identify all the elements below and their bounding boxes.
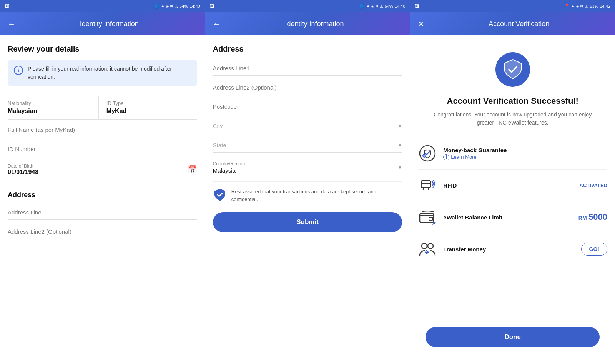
status-bar-left-icon-3: 🖼 (415, 3, 419, 9)
address-line2-input-1[interactable] (8, 223, 197, 239)
divider (8, 183, 197, 183)
learn-more-link[interactable]: i Learn More (443, 154, 607, 160)
country-dropdown[interactable]: Country/Region Malaysia ▼ (213, 156, 402, 178)
location-icon: 📍 (564, 4, 570, 9)
battery-level-3: 53% (590, 4, 598, 8)
verification-icon-wrap (495, 52, 530, 87)
submit-button[interactable]: Submit (213, 212, 402, 232)
id-number-input[interactable] (8, 140, 197, 156)
nationality-idtype-row: Nationality Malaysian ID Type MyKad (8, 96, 197, 120)
wallet-icon-wrap (418, 208, 437, 227)
idtype-col: ID Type MyKad (98, 96, 197, 119)
svg-point-10 (428, 243, 433, 249)
address-title-1: Address (8, 191, 197, 199)
idtype-label: ID Type (106, 100, 197, 106)
address-line2-input-2[interactable] (213, 79, 402, 95)
wallet-content: eWallet Balance Limit (443, 214, 572, 221)
feature-rfid: RFID ACTIVATED (418, 170, 607, 201)
status-bar-right-3: 📍 ✦ ◈ ≋ .|. 53% 14:42 (564, 4, 610, 9)
verification-title: Account Verification Successful! (447, 96, 578, 106)
shield-checkmark-icon (501, 58, 524, 81)
feature-wallet: eWallet Balance Limit RM 5000 (418, 201, 607, 233)
info-text: Please fill in your real information, it… (28, 65, 191, 81)
battery-level: 54% (180, 4, 188, 8)
back-button-1[interactable]: ← (8, 20, 15, 28)
amount-value: 5000 (588, 212, 607, 222)
info-icon: i (14, 66, 23, 75)
review-title: Review your details (8, 45, 197, 53)
dob-value: 01/01/1948 (8, 169, 38, 175)
full-name-input[interactable] (8, 121, 197, 137)
status-bar-2: 🖼 🔵 ✦ ◈ ≋ .|. 54% 14:40 (205, 0, 410, 12)
info-circle-icon: i (443, 154, 449, 160)
transfer-icon (418, 240, 437, 258)
security-note: Rest assured that your transactions and … (213, 181, 402, 209)
state-label: State (213, 142, 398, 148)
wallet-title: eWallet Balance Limit (443, 214, 572, 221)
clock: 14:40 (189, 4, 200, 8)
calendar-icon: 📅 (188, 165, 197, 174)
go-button[interactable]: GO! (581, 243, 607, 256)
moneyback-icon-wrap (418, 144, 437, 163)
svg-rect-7 (420, 213, 434, 223)
close-button[interactable]: ✕ (418, 19, 424, 28)
verification-subtitle: Congratulations! Your account is now upg… (418, 111, 607, 127)
rfid-icon (418, 176, 437, 194)
verification-circle (495, 52, 530, 87)
back-button-2[interactable]: ← (213, 20, 221, 28)
svg-point-9 (422, 243, 427, 249)
panel-identity-review: 🖼 🔵 ✦ ◈ ≋ .|. 54% 14:40 ← Identity Infor… (0, 0, 205, 364)
idtype-value: MyKad (106, 108, 197, 115)
nationality-col: Nationality Malaysian (8, 96, 98, 119)
status-bar-1: 🖼 🔵 ✦ ◈ ≋ .|. 54% 14:40 (0, 0, 205, 12)
status-bar-left-icon-2: 🖼 (210, 3, 214, 9)
date-of-birth-field[interactable]: Date of Birth 01/01/1948 📅 (8, 160, 197, 180)
city-dropdown[interactable]: City ▼ (213, 117, 402, 133)
moneyback-title: Money-back Guarantee (443, 147, 607, 153)
address-section-title: Address (213, 45, 402, 53)
content-3: Account Verification Successful! Congrat… (410, 35, 615, 364)
chevron-down-icon-city: ▼ (397, 123, 402, 129)
rfid-status: ACTIVATED (580, 183, 607, 188)
transfer-icon-wrap (418, 239, 437, 259)
wallet-amount-wrap: RM 5000 (578, 212, 607, 222)
done-button[interactable]: Done (426, 327, 600, 347)
header-3: ✕ Account Verification (410, 12, 615, 35)
header-title-3: Account Verification (430, 20, 607, 28)
moneyback-icon (418, 144, 437, 163)
header-2: ← Identity Information (205, 12, 410, 35)
clock-3: 14:42 (600, 4, 610, 8)
country-value: Malaysia (213, 167, 236, 174)
status-bar-3: 🖼 📍 ✦ ◈ ≋ .|. 53% 14:42 (410, 0, 615, 12)
rfid-icon-wrap (418, 176, 437, 195)
security-text: Rest assured that your transactions and … (231, 188, 402, 203)
svg-rect-8 (429, 217, 433, 220)
panel-address: 🖼 🔵 ✦ ◈ ≋ .|. 54% 14:40 ← Identity Infor… (205, 0, 411, 364)
bluetooth-icon-2: 🔵 (359, 4, 365, 9)
feature-moneyback: Money-back Guarantee i Learn More (418, 138, 607, 170)
content-2: Address City ▼ State ▼ Country/Region Ma… (205, 35, 410, 364)
postcode-input[interactable] (213, 98, 402, 114)
moneyback-content: Money-back Guarantee i Learn More (443, 147, 607, 160)
clock-2: 14:40 (395, 4, 406, 8)
country-label-small: Country/Region (213, 161, 398, 166)
transfer-title: Transfer Money (443, 246, 575, 253)
info-banner: i Please fill in your real information, … (8, 60, 197, 86)
rfid-title: RFID (443, 182, 573, 189)
feature-transfer: Transfer Money GO! (418, 233, 607, 265)
chevron-down-icon-country: ▼ (397, 165, 402, 170)
panel-verification: 🖼 📍 ✦ ◈ ≋ .|. 53% 14:42 ✕ Account Verifi… (410, 0, 615, 364)
address-line1-input-1[interactable] (8, 204, 197, 220)
state-dropdown[interactable]: State ▼ (213, 136, 402, 153)
status-bar-right-2: 🔵 ✦ ◈ ≋ .|. 54% 14:40 (359, 4, 406, 9)
signal-icons-2: ✦ ◈ ≋ .|. (366, 4, 383, 9)
amount-prefix: RM (578, 215, 587, 221)
dob-label: Date of Birth (8, 163, 188, 169)
content-1: Review your details i Please fill in you… (0, 35, 205, 364)
learn-more-text: Learn More (451, 154, 476, 160)
status-bar-left-icon: 🖼 (5, 3, 9, 9)
city-label: City (213, 123, 398, 129)
signal-icons: ✦ ◈ ≋ .|. (161, 4, 178, 9)
bluetooth-icon: 🔵 (154, 4, 160, 9)
address-line1-input-2[interactable] (213, 60, 402, 76)
